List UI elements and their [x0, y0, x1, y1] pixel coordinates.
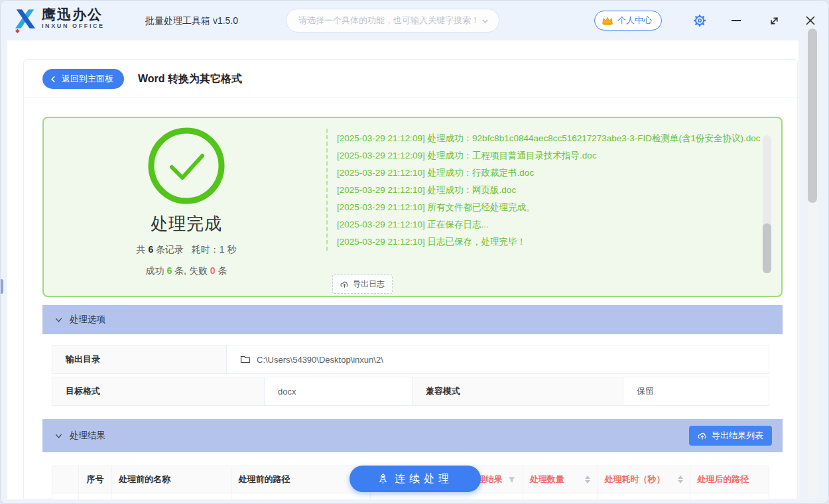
results-section-title: 处理结果 [70, 430, 105, 442]
target-format-label: 目标格式 [52, 377, 265, 406]
status-title: 处理完成 [44, 212, 329, 235]
log-scrollbar[interactable] [763, 135, 771, 273]
titlebar: 鹰迅办公 INXUN OFFICE 批量处理工具箱 v1.5.0 请选择一个具体… [1, 1, 829, 40]
process-log: [2025-03-29 21:12:09] 处理成功：92bfc8b1c0844… [326, 129, 764, 251]
chevron-down-icon [481, 17, 489, 25]
close-button[interactable] [802, 12, 819, 29]
chevron-down-icon [54, 316, 63, 324]
fail-label: 失败 [189, 265, 208, 276]
settings-button[interactable] [692, 13, 708, 29]
log-line: [2025-03-29 21:12:10] 所有文件都已经处理完成。 [337, 199, 764, 216]
page-scrollbar-thumb[interactable] [808, 29, 817, 203]
app-subtitle: 批量处理工具箱 v1.5.0 [145, 15, 238, 27]
back-to-dashboard-button[interactable]: 返回到主面板 [42, 69, 124, 89]
output-dir-row: 输出目录 C:\Users\54390\Desktop\inxun\2\ [52, 345, 769, 374]
fail-count: 0 [210, 265, 216, 276]
section-results-header[interactable]: 处理结果 导出结果列表 [42, 419, 783, 452]
export-result-list-label: 导出结果列表 [712, 430, 763, 442]
column-count[interactable]: 处理数量 [523, 466, 598, 493]
app-name-en: INXUN OFFICE [42, 23, 105, 30]
fail-suffix: 条 [218, 265, 227, 276]
total-count: 6 [148, 244, 153, 255]
result-summary-panel: 处理完成 共 6 条记录 耗时：1 秒 成功 6 条, 失败 0 条 [202 [42, 117, 783, 297]
user-center-button[interactable]: 个人中心 [594, 11, 662, 31]
export-log-label: 导出日志 [353, 279, 385, 290]
back-button-label: 返回到主面板 [62, 73, 113, 85]
maximize-icon [769, 15, 780, 27]
minimize-button[interactable] [729, 13, 743, 28]
column-select [52, 466, 79, 493]
target-format-field[interactable]: docx [265, 377, 413, 406]
log-line: [2025-03-29 21:12:09] 处理成功：工程项目普通目录技术指导.… [337, 147, 764, 164]
log-line: [2025-03-29 21:12:09] 处理成功：92bfc8b1c0844… [337, 130, 764, 147]
sort-icon[interactable] [585, 475, 590, 483]
target-format-value: docx [278, 387, 296, 397]
options-section-title: 处理选项 [70, 314, 105, 326]
log-line: [2025-03-29 21:12:10] 处理成功：行政裁定书.doc [337, 164, 764, 182]
app-window: 鹰迅办公 INXUN OFFICE 批量处理工具箱 v1.5.0 请选择一个具体… [0, 0, 829, 504]
compat-mode-label: 兼容模式 [413, 377, 623, 406]
rocket-icon [377, 473, 389, 485]
column-count-label: 处理数量 [530, 473, 564, 485]
success-suffix: 条, [174, 265, 186, 276]
app-logo-icon [11, 7, 39, 34]
side-dock-handle[interactable] [1, 279, 3, 294]
content-card: 返回到主面板 Word 转换为其它格式 处理完成 共 6 条记录 耗时：1 秒 [23, 59, 798, 499]
cloud-upload-icon [698, 431, 707, 440]
cloud-upload-icon [340, 280, 349, 288]
minimize-icon [732, 20, 741, 21]
brand-block: 鹰迅办公 INXUN OFFICE [42, 7, 105, 30]
success-label: 成功 [146, 265, 164, 276]
log-line: [2025-03-29 21:12:10] 处理成功：网页版.doc [337, 182, 764, 199]
window-bottom-edge [1, 499, 829, 504]
column-name-before: 处理前的名称 [112, 466, 232, 493]
stat-line-total: 共 6 条记录 耗时：1 秒 [44, 244, 329, 256]
result-summary-left: 处理完成 共 6 条记录 耗时：1 秒 成功 6 条, 失败 0 条 [44, 118, 329, 296]
column-index: 序号 [79, 466, 112, 493]
page-title: Word 转换为其它格式 [138, 72, 242, 86]
compat-mode-value: 保留 [637, 385, 654, 397]
crown-icon [602, 16, 613, 26]
app-name: 鹰迅办公 [42, 7, 105, 23]
log-line: [2025-03-29 21:12:10] 日志已保存，处理完毕！ [337, 233, 764, 251]
page-scrollbar[interactable] [808, 29, 817, 498]
maximize-button[interactable] [767, 13, 781, 28]
gear-icon [693, 14, 706, 27]
sort-icon[interactable] [678, 475, 683, 483]
total-suffix: 条记录 [156, 244, 184, 255]
export-log-button[interactable]: 导出日志 [332, 275, 393, 294]
log-scrollbar-thumb[interactable] [763, 223, 771, 273]
column-elapsed[interactable]: 处理耗时（秒） [598, 466, 690, 493]
output-dir-field[interactable]: C:\Users\54390\Desktop\inxun\2\ [227, 345, 769, 374]
user-center-label: 个人中心 [617, 15, 652, 27]
function-search-select[interactable]: 请选择一个具体的功能，也可输入关键字搜索！ [286, 9, 499, 32]
column-elapsed-label: 处理耗时（秒） [604, 473, 665, 485]
chevron-left-icon [49, 75, 58, 84]
continue-processing-label: 连续处理 [395, 472, 453, 486]
continue-processing-button[interactable]: 连续处理 [350, 466, 481, 492]
folder-icon [240, 355, 251, 364]
output-dir-value: C:\Users\54390\Desktop\inxun\2\ [257, 355, 383, 365]
output-dir-label: 输出目录 [52, 345, 227, 374]
success-count: 6 [166, 265, 172, 276]
log-line: [2025-03-29 21:12:10] 正在保存日志... [337, 216, 764, 233]
success-check-icon [147, 126, 226, 206]
export-result-list-button[interactable]: 导出结果列表 [689, 426, 772, 446]
format-options-row: 目标格式 docx 兼容模式 保留 [52, 377, 769, 406]
column-path-after: 处理后的路径 [690, 466, 769, 493]
chevron-down-icon [54, 432, 63, 440]
compat-mode-field[interactable]: 保留 [623, 377, 769, 406]
close-icon [804, 15, 816, 27]
search-placeholder: 请选择一个具体的功能，也可输入关键字搜索！ [298, 15, 481, 27]
elapsed-time: 耗时：1 秒 [192, 244, 237, 255]
page-header-row: 返回到主面板 Word 转换为其它格式 [24, 60, 797, 98]
section-options-header[interactable]: 处理选项 [42, 305, 783, 334]
stat-line-outcome: 成功 6 条, 失败 0 条 [44, 265, 329, 277]
total-label: 共 [137, 244, 146, 255]
filter-icon[interactable] [507, 475, 516, 484]
